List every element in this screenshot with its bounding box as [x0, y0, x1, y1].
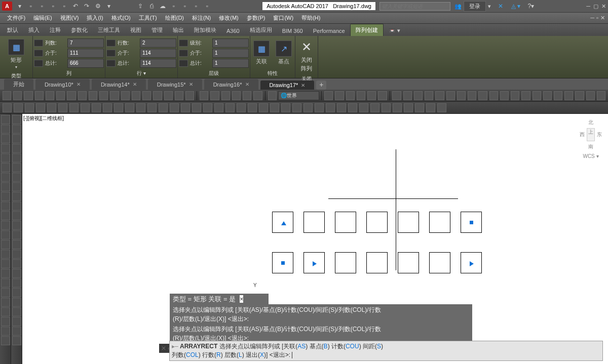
array-item[interactable] — [335, 212, 356, 233]
draw-tool-13[interactable] — [142, 91, 151, 100]
misc-tool-3[interactable] — [425, 91, 433, 100]
misc-tool-15[interactable] — [554, 91, 562, 100]
lt1-tool-4[interactable] — [1, 153, 10, 163]
ribbon-tab[interactable]: 管理 — [146, 24, 168, 36]
qat-open-icon[interactable]: ▫ — [26, 1, 36, 11]
solid-tool-29[interactable] — [326, 103, 335, 112]
lt2-tool-17[interactable] — [12, 278, 21, 288]
doc-tab-add[interactable]: + — [316, 80, 326, 90]
draw-tool-10[interactable] — [110, 91, 119, 100]
ribbon-tab[interactable]: 精选应用 — [245, 24, 277, 36]
lt1-tool-0[interactable] — [1, 115, 10, 124]
solid-tool-17[interactable] — [192, 103, 201, 112]
lt1-tool-6[interactable] — [1, 173, 10, 182]
menu-item[interactable]: 窗口(W) — [269, 12, 297, 24]
misc-tool-18[interactable] — [586, 91, 595, 100]
lt2-tool-12[interactable] — [12, 230, 21, 239]
type-rect-button[interactable]: ▦ 矩形 ▾ — [1, 37, 31, 71]
solid-tool-4[interactable] — [47, 103, 56, 112]
qat-redo-icon[interactable]: ↷ — [82, 1, 92, 11]
solid-tool-12[interactable] — [136, 103, 145, 112]
misc-tool-0[interactable] — [392, 91, 401, 100]
solid-tool-3[interactable] — [36, 103, 45, 112]
vcube-wcs[interactable]: WCS ▾ — [580, 153, 602, 159]
lt1-tool-12[interactable] — [1, 230, 10, 239]
doc-tab[interactable]: Drawing15*✕ — [148, 79, 202, 90]
solid-tool-1[interactable] — [14, 103, 23, 112]
solid-tool-33[interactable] — [370, 103, 379, 112]
nav-tool-0[interactable] — [324, 91, 333, 100]
lt2-tool-10[interactable] — [12, 211, 21, 220]
lt1-tool-8[interactable] — [1, 192, 10, 201]
lt2-tool-6[interactable] — [12, 173, 21, 182]
solid-tool-9[interactable] — [103, 103, 112, 112]
lt1-tool-16[interactable] — [1, 269, 10, 278]
lt1-tool-21[interactable] — [1, 317, 10, 326]
qat-cut-icon[interactable]: ▫ — [191, 1, 201, 11]
doc-tab-active[interactable]: Drawing17* ✕ — [260, 80, 315, 90]
param-input[interactable]: 1 — [212, 38, 249, 48]
lt1-tool-22[interactable] — [1, 327, 10, 336]
array-item[interactable] — [398, 252, 419, 273]
lt1-tool-11[interactable] — [1, 221, 10, 230]
lt1-tool-9[interactable] — [1, 201, 10, 211]
draw-tool-11[interactable] — [121, 91, 130, 100]
solid-tool-0[interactable] — [3, 103, 12, 112]
misc-tool-12[interactable] — [521, 91, 530, 100]
login-area[interactable]: 👥 登录 ▾ — [454, 1, 491, 12]
lt1-tool-7[interactable] — [1, 182, 10, 191]
misc-tool-4[interactable] — [435, 91, 444, 100]
lt2-tool-13[interactable] — [12, 240, 21, 249]
lt2-tool-21[interactable] — [12, 317, 21, 326]
view-cube[interactable]: 北 西 上 东 南 WCS ▾ — [580, 119, 602, 170]
draw-tool-8[interactable] — [89, 91, 97, 100]
solid-tool-27[interactable] — [303, 103, 313, 112]
exchange-icon[interactable]: ✕ — [496, 1, 506, 11]
solid-tool-25[interactable] — [281, 103, 290, 112]
solid-tool-35[interactable] — [393, 103, 402, 112]
solid-tool-37[interactable] — [415, 103, 424, 112]
doc-tab-close-icon[interactable]: ✕ — [189, 82, 193, 87]
solid-tool-14[interactable] — [159, 103, 168, 112]
solid-tool-7[interactable] — [81, 103, 90, 112]
draw-tool-14[interactable] — [153, 91, 162, 100]
lt1-tool-20[interactable] — [1, 307, 10, 316]
qat-undo-icon[interactable]: ↶ — [70, 1, 81, 11]
misc-tool-9[interactable] — [489, 91, 498, 100]
draw-tool-16[interactable] — [175, 91, 183, 100]
viewport[interactable]: [-][俯视][二维线框] Y 类型 = 矩形 关联 = 是 × 选择夹点以编辑… — [22, 114, 608, 364]
ribbon-tab[interactable]: 三维工具 — [93, 24, 125, 36]
draw-tool-17[interactable] — [185, 91, 194, 100]
param-input[interactable]: 2 — [140, 38, 176, 48]
menu-item[interactable]: 插入(I) — [83, 12, 107, 24]
array-item[interactable] — [366, 252, 388, 273]
qat-cloud-icon[interactable]: ☁ — [158, 1, 168, 11]
solid-tool-28[interactable] — [315, 103, 324, 112]
misc-tool-6[interactable] — [457, 91, 466, 100]
ribbon-tab[interactable]: Performance — [308, 26, 350, 36]
qat-copy-icon[interactable]: ▫ — [180, 1, 190, 11]
lt2-tool-18[interactable] — [12, 288, 21, 297]
lt2-tool-5[interactable] — [12, 163, 21, 172]
array-item[interactable] — [429, 212, 450, 233]
lt1-tool-23[interactable] — [1, 336, 10, 345]
solid-tool-10[interactable] — [114, 103, 123, 112]
solid-tool-39[interactable] — [437, 103, 446, 112]
solid-tool-19[interactable] — [214, 103, 223, 112]
modify-tool-1[interactable] — [210, 91, 219, 100]
close-array-button[interactable]: ✕ 关闭 阵列 — [296, 37, 317, 74]
draw-tool-12[interactable] — [132, 91, 140, 100]
misc-tool-17[interactable] — [575, 91, 584, 100]
nav-tool-3[interactable] — [357, 91, 365, 100]
minimize-icon[interactable]: ─ — [586, 3, 590, 10]
draw-tool-1[interactable] — [13, 91, 22, 100]
doc-close-icon[interactable]: ✕ — [600, 15, 605, 21]
modify-tool-4[interactable] — [243, 91, 251, 100]
doc-tab[interactable]: Drawing10*✕ — [35, 79, 90, 90]
misc-tool-10[interactable] — [500, 91, 509, 100]
nav-tool-5[interactable] — [378, 91, 387, 100]
array-item[interactable] — [461, 252, 482, 273]
array-item[interactable] — [272, 252, 293, 273]
array-item[interactable] — [366, 212, 388, 233]
menu-item[interactable]: 文件(F) — [3, 12, 29, 24]
